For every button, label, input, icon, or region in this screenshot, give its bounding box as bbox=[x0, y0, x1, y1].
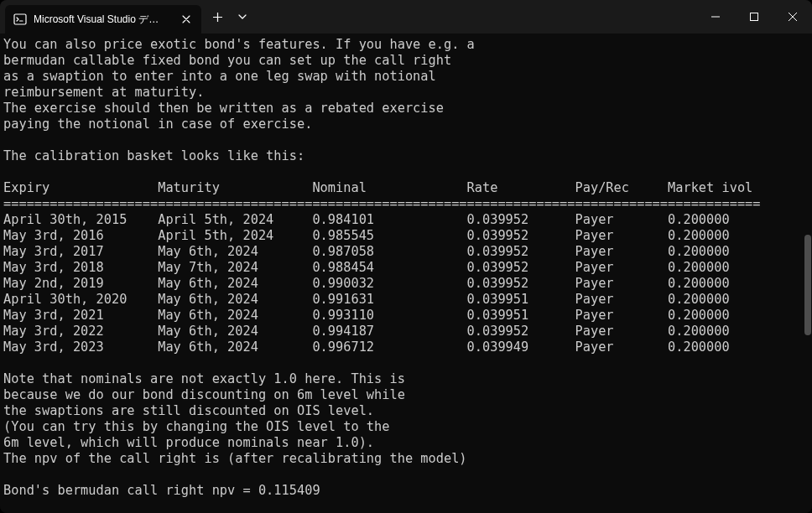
app-window: Microsoft Visual Studio デバッ… You can als… bbox=[0, 0, 812, 513]
svg-rect-3 bbox=[751, 13, 758, 21]
svg-rect-0 bbox=[14, 14, 26, 24]
minimize-button[interactable] bbox=[696, 0, 735, 34]
title-bar[interactable]: Microsoft Visual Studio デバッ… bbox=[0, 0, 812, 34]
tab-close-button[interactable] bbox=[180, 13, 193, 26]
scrollbar-track[interactable] bbox=[804, 34, 812, 513]
terminal-output: You can also price exotic bond's feature… bbox=[0, 34, 812, 513]
close-button[interactable] bbox=[773, 0, 812, 34]
tab-title: Microsoft Visual Studio デバッ… bbox=[34, 13, 168, 27]
scrollbar-thumb[interactable] bbox=[804, 235, 811, 335]
tab-dropdown-button[interactable] bbox=[230, 4, 255, 29]
maximize-button[interactable] bbox=[735, 0, 773, 34]
terminal-pane[interactable]: You can also price exotic bond's feature… bbox=[0, 34, 812, 513]
terminal-icon bbox=[13, 13, 27, 26]
active-tab[interactable]: Microsoft Visual Studio デバッ… bbox=[5, 5, 201, 34]
new-tab-button[interactable] bbox=[205, 4, 230, 29]
